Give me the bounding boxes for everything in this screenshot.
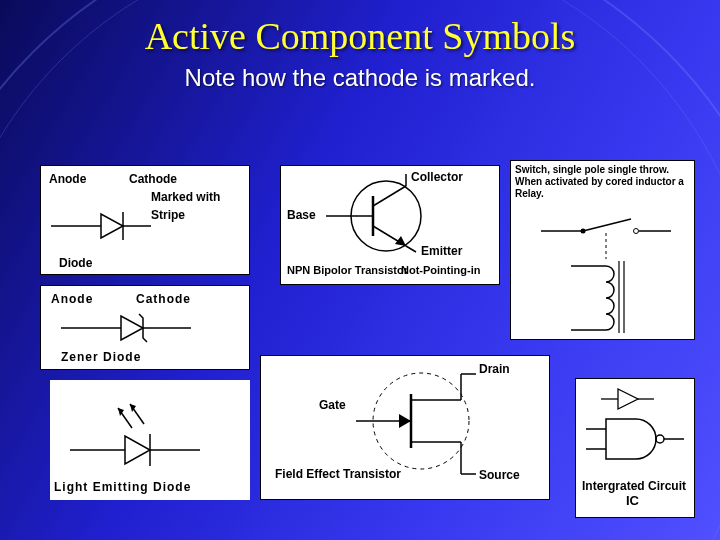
- svg-line-18: [373, 186, 406, 206]
- diode-marked-label: Marked with: [151, 190, 220, 204]
- slide-subtitle: Note how the cathode is marked.: [0, 64, 720, 92]
- relay-desc-label: Switch, single pole single throw. When a…: [515, 164, 690, 200]
- ic-panel: Intergrated Circuit IC: [575, 378, 695, 518]
- diode-panel: Anode Cathode Marked with Stripe Diode: [40, 165, 250, 275]
- zener-name-label: Zener Diode: [61, 350, 141, 364]
- npn-panel: Collector Base Emitter NPN Bipolor Trans…: [280, 165, 500, 285]
- relay-panel: Switch, single pole single throw. When a…: [510, 160, 695, 340]
- fet-drain-label: Drain: [479, 362, 510, 376]
- fet-panel: Drain Gate Source Field Effect Transisto…: [260, 355, 550, 500]
- npn-emitter-label: Emitter: [421, 244, 462, 258]
- svg-marker-47: [618, 389, 638, 409]
- npn-collector-label: Collector: [411, 170, 463, 184]
- svg-point-26: [634, 229, 639, 234]
- led-panel: Light Emitting Diode: [50, 380, 250, 500]
- zener-panel: Anode Cathode Zener Diode: [40, 285, 250, 370]
- diode-name-label: Diode: [59, 256, 92, 270]
- svg-marker-5: [121, 316, 143, 340]
- fet-source-label: Source: [479, 468, 520, 482]
- slide-title: Active Component Symbols: [0, 0, 720, 58]
- npn-base-label: Base: [287, 208, 316, 222]
- diode-cathode-label: Cathode: [129, 172, 177, 186]
- zener-anode-label: Anode: [51, 292, 93, 306]
- diode-anode-label: Anode: [49, 172, 86, 186]
- svg-point-43: [656, 435, 664, 443]
- fet-gate-label: Gate: [319, 398, 346, 412]
- svg-line-25: [583, 219, 631, 231]
- led-name-label: Light Emitting Diode: [54, 480, 191, 494]
- diode-stripe-label: Stripe: [151, 208, 185, 222]
- fet-name-label: Field Effect Transistor: [275, 468, 401, 481]
- ic-abbrev-label: IC: [626, 493, 639, 508]
- svg-line-22: [406, 246, 416, 252]
- npn-note-label: Not-Pointing-in: [401, 264, 480, 276]
- zener-cathode-label: Cathode: [136, 292, 191, 306]
- ic-name-label: Intergrated Circuit: [582, 479, 686, 493]
- npn-name-label: NPN Bipolor Transistor: [287, 264, 408, 276]
- svg-marker-1: [101, 214, 123, 238]
- svg-marker-8: [125, 436, 150, 464]
- svg-marker-35: [399, 414, 411, 428]
